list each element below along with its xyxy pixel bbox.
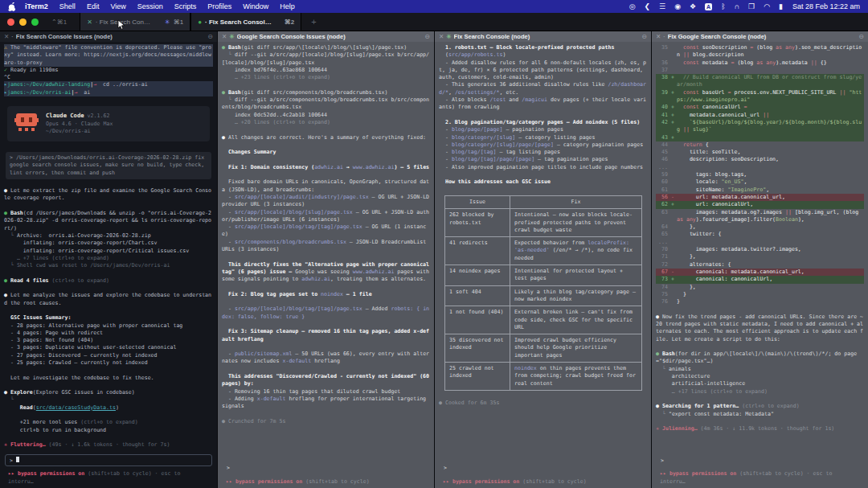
terminal-line: - 4 pages: Page with redirect: [4, 330, 213, 337]
menu-item-view[interactable]: View: [110, 2, 125, 10]
menu-item-help[interactable]: Help: [280, 2, 295, 10]
pane-close-icon[interactable]: ✕: [4, 33, 9, 40]
minimize-window-button[interactable]: [19, 18, 27, 26]
terminal-line: - blog/tag/[tag] — tag listing pages: [439, 149, 647, 156]
terminal-line: ^C: [4, 74, 213, 81]
close-window-button[interactable]: [7, 18, 14, 26]
pane-close-icon[interactable]: ✕: [439, 33, 444, 40]
terminal-line: - 25 pages: Crawled – currently not inde…: [4, 359, 213, 367]
new-tab-button[interactable]: +: [311, 17, 316, 27]
permissions-status[interactable]: ▸▸ bypass permissions on (shift+tab to c…: [4, 468, 213, 486]
input-source-icon[interactable]: A: [705, 3, 712, 10]
pane-activity-icon: ✳: [229, 33, 234, 40]
terminal-line: ✳ Fluttering… (49s · ↓ 1.6k tokens · tho…: [4, 441, 213, 449]
menu-item-scripts[interactable]: Scripts: [174, 2, 197, 10]
blank-line: [4, 269, 213, 277]
chat-icon[interactable]: ❖: [690, 2, 696, 10]
terminal-line: - Removing 16 thin tag pages that dilute…: [222, 388, 430, 396]
pane-close-icon[interactable]: ✕: [656, 33, 661, 40]
code-line: 59 tags: blog.tags,: [656, 171, 864, 178]
pane-minimize-icon[interactable]: ⊖: [207, 33, 213, 40]
menu-item-session[interactable]: Session: [137, 2, 163, 10]
apple-logo-icon[interactable]: [8, 2, 15, 11]
terminal-input-area: > ▸▸ bypass permissions on (shift+tab to…: [435, 461, 651, 488]
back-chevron-icon[interactable]: ❮: [645, 2, 651, 10]
code-line: 46 description: seoDescription,: [656, 156, 864, 163]
menu-bar: iTerm2 Shell Edit View Session Scripts P…: [0, 0, 868, 13]
pane-fix-search-console[interactable]: ✕ ✳ Fix Search Console (node) ⊖ 1. robot…: [434, 31, 651, 488]
menu-item-shell[interactable]: Shell: [59, 2, 76, 10]
terminal-line: GSC Issues Summary:: [4, 314, 213, 322]
issue-cell: 1 not found (404): [445, 306, 510, 334]
code-line: 72 alternates: {: [656, 261, 864, 269]
terminal-line: └ animals: [656, 366, 864, 373]
permissions-status[interactable]: ▸▸ bypass permissions on (shift+tab to c…: [439, 476, 647, 486]
menu-lines-icon[interactable]: ☰: [659, 2, 665, 10]
blank-line: [4, 203, 213, 210]
menu-item-window[interactable]: Window: [243, 2, 268, 10]
blank-line: [222, 343, 430, 351]
bluetooth-icon[interactable]: ᛒ: [721, 2, 725, 10]
zoom-window-button[interactable]: [31, 18, 39, 26]
claude-code-name: Claude Code: [46, 112, 84, 119]
permissions-status[interactable]: ▸▸ bypass permissions on (shift+tab to c…: [222, 476, 430, 486]
fix-cell: Expected behavior from localePrefix: 'as…: [510, 237, 642, 265]
pane-close-icon[interactable]: ✕: [222, 33, 227, 40]
terminal-line: ▸james:~/Dev/adwhiz-landing|→ cd ../orri…: [4, 81, 213, 88]
terminal-line: - blog/category/[slug] — category listin…: [439, 134, 647, 141]
stage-manager-icon[interactable]: ❐: [748, 2, 755, 10]
blank-line: [656, 396, 864, 403]
tab-fix-search-console-issues[interactable]: ✕ · Fix Search Con… ✳ ⌘1: [80, 13, 190, 31]
terminal-line: ● Read 4 files (ctrl+o to expand): [4, 277, 213, 285]
blank-line: [222, 298, 430, 306]
permissions-status[interactable]: ▸▸ bypass permissions on (shift+tab to c…: [656, 468, 864, 486]
fix-cell: Improved crawl budget efficiency should …: [510, 334, 642, 363]
menu-bar-clock[interactable]: Sat 28 Feb 12:22 am: [792, 2, 860, 10]
fix-cell: Intentional — now also blocks locale-pre…: [510, 209, 642, 237]
play-circle-icon[interactable]: ◉: [674, 2, 681, 10]
prompt-input[interactable]: >: [5, 454, 212, 467]
prompt-input[interactable]: >: [440, 463, 646, 474]
menu-item-edit[interactable]: Edit: [87, 2, 100, 10]
headphones-icon[interactable]: ∩: [735, 2, 739, 10]
prompt-input[interactable]: >: [657, 456, 863, 466]
code-line: 37: [656, 67, 864, 74]
terminal-line: - Also blocks /test and /magicui dev pag…: [439, 96, 647, 112]
terminal-line: index 0dc52dd..4c2ab18 100644: [222, 112, 430, 119]
pane-minimize-icon[interactable]: ⊖: [641, 33, 647, 40]
pane-minimize-icon[interactable]: ⊖: [858, 33, 864, 40]
pane-title: Fix Google Search Console (node): [668, 33, 857, 40]
table-row: 35 discovered not indexedImproved crawl …: [445, 334, 642, 363]
terminal-line: inflating: orris-coverage-report/Critica…: [4, 248, 213, 255]
terminal-line: ● Bash(git diff src/app/\[locale\]/blog/…: [222, 44, 430, 51]
fix-cell: External broken link — can't fix from co…: [510, 306, 642, 334]
terminal-line: How this addresses each GSC issue: [439, 178, 647, 186]
terminal-line: Changes Summary: [222, 149, 430, 156]
menu-item-iterm2[interactable]: iTerm2: [25, 2, 48, 10]
terminal-line: ✓ Ready in 1190ms: [4, 67, 213, 74]
prompt-input[interactable]: >: [223, 463, 429, 474]
wifi-icon[interactable]: ◠: [764, 2, 770, 10]
terminal-line: ▸james:~/Dev/orris-ai|→ ai: [4, 89, 213, 96]
menu-item-profiles[interactable]: Profiles: [207, 2, 231, 10]
terminal-line: ● All changes are correct. Here's a summ…: [222, 134, 430, 141]
tab-close-icon[interactable]: ✕: [87, 18, 92, 26]
issue-cell: 262 blocked by robots.txt: [445, 209, 510, 237]
pane-google-search-console-issues[interactable]: ✕ ✳ Google Search Console Issues (node) …: [217, 31, 434, 488]
terminal-input-area: > ▸▸ bypass permissions on (shift+tab to…: [218, 461, 434, 488]
battery-icon[interactable]: ▮: [779, 2, 783, 10]
pane-grid: ✕ · Fix Search Console Issues (node) ⊖ ⚠…: [0, 31, 868, 488]
tab-label: · Fix Search Consol…: [205, 18, 281, 26]
pane-fix-search-console-issues[interactable]: ✕ · Fix Search Console Issues (node) ⊖ ⚠…: [0, 31, 217, 488]
fix-cell: Intentional for protected layout + test …: [510, 265, 642, 286]
claude-code-version: v2.1.62: [88, 113, 110, 119]
pane-minimize-icon[interactable]: ⊖: [424, 33, 430, 40]
terminal-line: - src/app/[locale]/blog/tag/[tag]/page.t…: [222, 223, 430, 239]
table-row: 1 not found (404)External broken link — …: [445, 306, 642, 334]
blank-line: [439, 187, 647, 194]
record-icon[interactable]: ◎: [629, 2, 636, 10]
tab-fix-search-console[interactable]: ● · Fix Search Consol… ⌘2: [190, 13, 301, 31]
terminal-line: architecture: [656, 373, 864, 380]
pane-fix-google-search-console[interactable]: ✕ · Fix Google Search Console (node) ⊖ 3…: [651, 31, 868, 488]
issue-cell: 1 soft 404: [445, 285, 510, 306]
